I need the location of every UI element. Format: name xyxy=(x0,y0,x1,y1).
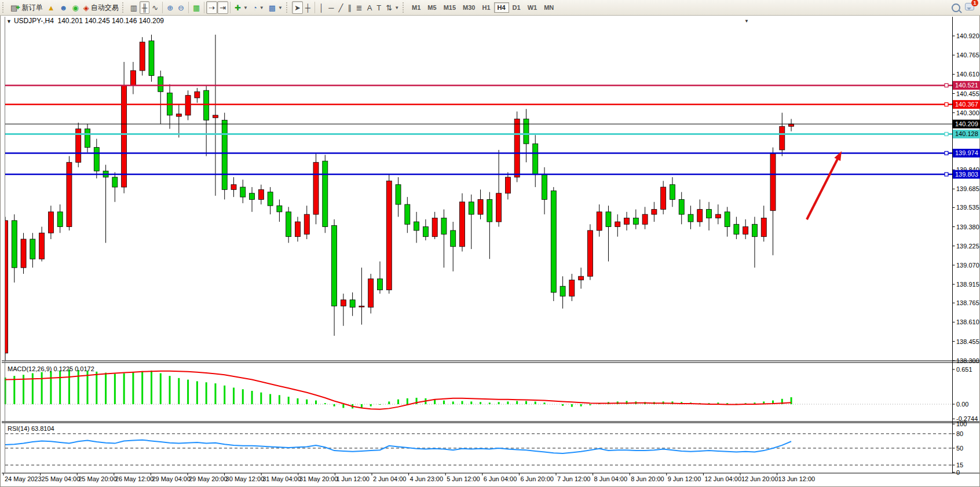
svg-text:29 May 20:00: 29 May 20:00 xyxy=(189,475,228,482)
periods-button[interactable]: ◔ ▼ xyxy=(250,1,266,14)
chevron-down-icon: ▼ xyxy=(259,5,264,10)
toolbar-grip xyxy=(122,2,126,13)
timeframe-m30-button[interactable]: M30 xyxy=(459,2,478,13)
svg-text:25 May 04:00: 25 May 04:00 xyxy=(42,475,81,482)
tile-windows-icon: ▦ xyxy=(193,4,200,12)
timeframe-m15-button[interactable]: M15 xyxy=(440,2,459,13)
zoom-in-button[interactable]: ⊕ xyxy=(164,1,175,14)
toolbar-grip xyxy=(2,2,6,13)
crosshair-button[interactable]: ┼ xyxy=(303,1,313,14)
notifications-button[interactable]: 1 xyxy=(965,2,974,13)
text-label-icon: T xyxy=(376,4,381,12)
horizontal-line-button[interactable]: ─ xyxy=(326,1,336,14)
fibonacci-button[interactable]: ≣ xyxy=(354,1,365,14)
new-order-label: 新订单 xyxy=(22,3,43,13)
svg-text:139.803: 139.803 xyxy=(955,171,978,178)
svg-text:8 Jun 20:00: 8 Jun 20:00 xyxy=(631,475,664,482)
plus-icon: ✚ xyxy=(16,4,20,12)
arrows-button[interactable]: ⇅ ▼ xyxy=(383,1,401,14)
svg-text:7 Jun 12:00: 7 Jun 12:00 xyxy=(557,475,591,482)
cursor-button[interactable]: ➤ xyxy=(292,1,303,14)
arrows-icon: ⇅ xyxy=(386,4,392,12)
templates-button[interactable]: ▩ ▼ xyxy=(266,1,285,14)
rsi-indicator-label: RSI(14) 63.8104 xyxy=(8,425,54,432)
zoom-out-button[interactable]: ⊖ xyxy=(175,1,187,14)
chart-canvas[interactable]: ▼140.920140.765140.610140.455140.300139.… xyxy=(1,16,980,487)
text-icon: A xyxy=(367,4,372,12)
svg-text:138.610: 138.610 xyxy=(956,318,979,325)
svg-text:25 May 20:00: 25 May 20:00 xyxy=(78,475,117,482)
svg-text:140.610: 140.610 xyxy=(956,71,979,78)
new-order-button[interactable]: ▤ ✚ 新订单 xyxy=(8,1,45,14)
svg-text:12 Jun 04:00: 12 Jun 04:00 xyxy=(704,475,741,482)
chevron-down-icon: ▼ xyxy=(278,5,283,10)
funnel-button[interactable]: ▲ xyxy=(45,1,57,14)
notification-badge: 1 xyxy=(971,0,978,6)
text-button[interactable]: A xyxy=(365,1,375,14)
timeframe-d1-button[interactable]: D1 xyxy=(509,2,524,13)
autotrade-button[interactable]: ◈ 自动交易 xyxy=(81,1,121,14)
svg-text:139.225: 139.225 xyxy=(956,243,979,250)
svg-text:140.920: 140.920 xyxy=(956,32,979,39)
svg-text:8 Jun 04:00: 8 Jun 04:00 xyxy=(594,475,628,482)
person-icon: ☻ xyxy=(60,4,68,12)
svg-text:31 May 20:00: 31 May 20:00 xyxy=(299,475,338,482)
zoom-out-icon: ⊖ xyxy=(178,4,184,12)
svg-text:100: 100 xyxy=(956,420,967,427)
separator xyxy=(230,2,231,13)
channel-button[interactable]: ∥ xyxy=(345,1,354,14)
main-toolbar: ▤ ✚ 新订单 ▲ ☻ ◉ ◈ 自动交易 ▥ ╫ ∿ ⊕ ⊖ ▦ ⇢ ⇥ ✚ xyxy=(0,0,980,16)
indicators-icon: ✚ xyxy=(235,4,241,12)
svg-text:30 May 12:00: 30 May 12:00 xyxy=(226,475,265,482)
timeframe-h1-button[interactable]: H1 xyxy=(478,2,493,13)
chart-window: ▼140.920140.765140.610140.455140.300139.… xyxy=(0,15,980,487)
chart-shift-icon: ⇥ xyxy=(220,4,226,12)
collapse-triangle-icon[interactable]: ▼ xyxy=(6,19,12,24)
candlestick-icon: ╫ xyxy=(142,4,147,12)
profile-button[interactable]: ☻ xyxy=(57,1,70,14)
timeframe-m5-button[interactable]: M5 xyxy=(424,2,440,13)
chart-shift-button[interactable]: ⇥ xyxy=(217,1,228,14)
line-chart-icon: ∿ xyxy=(152,4,158,12)
robot-icon: ◈ xyxy=(83,4,89,12)
vertical-line-button[interactable]: │ xyxy=(317,1,326,14)
svg-text:140.128: 140.128 xyxy=(955,130,978,137)
timeframe-h4-button[interactable]: H4 xyxy=(494,2,509,13)
macd-indicator-label: MACD(12,26,9) 0.1225 0.0172 xyxy=(8,365,94,372)
auto-scroll-icon: ⇢ xyxy=(209,4,215,12)
toolbar-grip xyxy=(403,2,406,13)
svg-text:29 May 04:00: 29 May 04:00 xyxy=(152,475,191,482)
line-chart-button[interactable]: ∿ xyxy=(149,1,160,14)
text-label-button[interactable]: T xyxy=(374,1,383,14)
timeframe-m1-button[interactable]: M1 xyxy=(408,2,424,13)
svg-text:15: 15 xyxy=(956,462,963,468)
svg-text:140.209: 140.209 xyxy=(955,120,978,127)
auto-scroll-button[interactable]: ⇢ xyxy=(206,1,217,14)
trendline-button[interactable]: ╱ xyxy=(336,1,345,14)
svg-text:26 May 12:00: 26 May 12:00 xyxy=(115,475,154,482)
svg-text:1 Jun 12:00: 1 Jun 12:00 xyxy=(336,475,370,482)
svg-text:50: 50 xyxy=(956,445,963,452)
bar-chart-button[interactable]: ▥ xyxy=(128,1,140,14)
svg-text:139.535: 139.535 xyxy=(956,204,979,211)
timeframe-mn-button[interactable]: MN xyxy=(540,2,557,13)
indicators-button[interactable]: ✚ ▼ xyxy=(232,1,250,14)
timeframe-w1-button[interactable]: W1 xyxy=(524,2,541,13)
autotrade-label: 自动交易 xyxy=(91,3,119,13)
search-icon[interactable] xyxy=(952,3,960,12)
separator xyxy=(204,2,204,13)
svg-text:12 Jun 20:00: 12 Jun 20:00 xyxy=(741,475,778,482)
chevron-down-icon: ▼ xyxy=(243,5,248,10)
tile-windows-button[interactable]: ▦ xyxy=(191,1,202,14)
svg-text:6 Jun 04:00: 6 Jun 04:00 xyxy=(484,475,517,482)
svg-text:13 Jun 12:00: 13 Jun 12:00 xyxy=(778,475,816,482)
clock-icon: ◔ xyxy=(253,4,257,12)
svg-text:138.915: 138.915 xyxy=(956,281,979,288)
candlestick-button[interactable]: ╫ xyxy=(140,1,149,14)
signals-button[interactable]: ◉ xyxy=(70,1,81,14)
svg-text:5 Jun 12:00: 5 Jun 12:00 xyxy=(447,475,480,482)
svg-text:140.367: 140.367 xyxy=(955,101,978,108)
vertical-line-icon: │ xyxy=(319,4,324,12)
chart-shift-marker: ▼ xyxy=(744,19,749,24)
separator xyxy=(162,2,163,13)
